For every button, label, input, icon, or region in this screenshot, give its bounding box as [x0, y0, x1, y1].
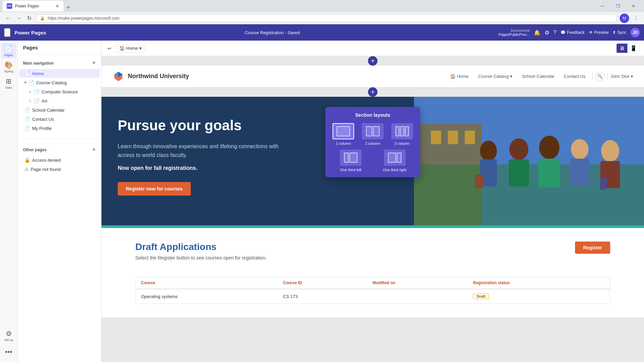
- page-not-found-label: Page not found: [31, 167, 61, 172]
- site-nav-school-calendar[interactable]: School Calendar: [518, 72, 558, 81]
- desktop-view-button[interactable]: 🖥: [617, 44, 627, 53]
- page-selector[interactable]: 🏠 Home ▾: [116, 44, 145, 52]
- app-logo: Power Pages: [15, 30, 46, 36]
- col-status: Registration status: [467, 277, 610, 289]
- layout-1-column[interactable]: 1 column: [331, 123, 356, 145]
- app-name-label: Power Pages: [15, 30, 46, 36]
- waffle-menu-button[interactable]: ⊞: [4, 28, 10, 37]
- site-header: Northwind University 🏠 Home Course Catal…: [101, 66, 644, 87]
- profile-page-icon: 📄: [24, 126, 30, 131]
- page-not-found-icon: ⚠: [24, 166, 29, 172]
- new-tab-button[interactable]: +: [64, 4, 73, 12]
- forward-button[interactable]: →: [15, 14, 23, 23]
- back-button[interactable]: ←: [4, 14, 12, 23]
- other-pages-section: Other pages + 🔒 Access denied ⚠ Page not…: [18, 141, 101, 177]
- settings-button[interactable]: ⚙: [545, 29, 549, 36]
- notifications-button[interactable]: 🔔: [534, 29, 540, 36]
- app-shell: ⊞ Power Pages Course Registration - Save…: [0, 24, 644, 362]
- site-nav-user[interactable]: John Doe ▾: [611, 74, 633, 79]
- nav-item-computer-science[interactable]: ↳ 📄 Computer Science: [19, 87, 100, 96]
- nav-item-page-not-found[interactable]: ⚠ Page not found: [19, 165, 100, 174]
- preview-button[interactable]: 👁 Preview: [589, 30, 609, 35]
- tab-close-icon[interactable]: ✕: [55, 3, 60, 9]
- site-name: Northwind University: [128, 73, 189, 80]
- draft-table: Course Course ID Modified on Registratio…: [136, 277, 610, 303]
- svg-rect-16: [600, 178, 607, 190]
- add-section-mid-button[interactable]: +: [368, 87, 377, 97]
- art-page-icon: 📄: [34, 98, 40, 104]
- preview-icon: 👁: [589, 30, 593, 35]
- layout-1-column-icon: [332, 123, 354, 139]
- top-bar: ⊞ Power Pages Course Registration - Save…: [0, 24, 644, 41]
- art-label: Art: [42, 98, 47, 104]
- home-nav-label: Home: [457, 74, 469, 79]
- chevron-down-icon: ▾: [24, 80, 26, 85]
- svg-rect-17: [475, 175, 483, 188]
- feedback-button[interactable]: 💬 Feedback: [560, 30, 585, 35]
- top-bar-right: Environment PagesPublicPrev... 🔔 ⚙ ? 💬 F…: [499, 28, 640, 37]
- help-button[interactable]: ?: [553, 29, 556, 36]
- divider: [18, 138, 101, 139]
- site-nav-contact-us[interactable]: Contact Us: [560, 72, 590, 81]
- table-header: Course Course ID Modified on Registratio…: [136, 277, 610, 289]
- sidebar-item-data[interactable]: ⊞ Data: [1, 76, 16, 91]
- add-main-nav-button[interactable]: +: [92, 60, 96, 67]
- user-avatar[interactable]: JD: [630, 28, 640, 37]
- maximize-button[interactable]: ❐: [610, 0, 626, 12]
- sidebar-item-setup[interactable]: ⚙ Set up: [1, 328, 16, 343]
- content-area: ↩ 🏠 Home ▾ 🖥 📱: [101, 41, 644, 362]
- site-nav-home[interactable]: 🏠 Home: [446, 72, 473, 81]
- layout-3-column[interactable]: 3 column: [389, 123, 415, 145]
- close-button[interactable]: ✕: [626, 0, 641, 12]
- status-cell: Draft: [467, 289, 610, 303]
- register-button[interactable]: Register: [575, 242, 610, 254]
- nav-item-contact-us[interactable]: 📄 Contact Us: [19, 115, 100, 123]
- env-label: Environment: [511, 29, 530, 32]
- nav-item-my-profile[interactable]: 📄 My Profile: [19, 124, 100, 133]
- svg-rect-4: [465, 131, 475, 144]
- layout-3-column-label: 3 column: [394, 141, 410, 145]
- mobile-view-button[interactable]: 📱: [627, 44, 640, 53]
- layout-2-column[interactable]: 2 column: [360, 123, 386, 145]
- site-nav-search[interactable]: 🔍: [595, 72, 605, 81]
- site-nav-course-catalog[interactable]: Course Catalog ▾: [474, 72, 516, 81]
- svg-point-10: [539, 136, 559, 159]
- profile-icon[interactable]: M: [620, 14, 629, 23]
- sync-button[interactable]: ⬆ Sync: [613, 30, 626, 35]
- active-tab[interactable]: PP Power Pages ✕: [3, 1, 64, 12]
- browser-controls: ← → ↻ 🔒 https://make.powerpages.microsof…: [0, 12, 644, 24]
- svg-rect-13: [570, 159, 589, 186]
- minimize-button[interactable]: —: [595, 0, 610, 12]
- nav-item-course-catalog[interactable]: ▾ 📄 Course Catalog: [19, 78, 100, 87]
- other-pages-label: Other pages: [23, 148, 47, 152]
- layout-third-right[interactable]: One third right: [375, 150, 415, 172]
- sidebar-item-styling[interactable]: 🎨 Styling: [1, 60, 16, 74]
- draft-title: Draft Applications: [135, 242, 575, 252]
- reload-button[interactable]: ↻: [26, 14, 33, 23]
- extensions-button[interactable]: ⋮: [632, 14, 640, 23]
- sync-label: Sync: [617, 30, 626, 35]
- nav-item-art[interactable]: ↳ 📄 Art: [19, 96, 100, 105]
- draft-subtitle: Select the Register button to see course…: [135, 255, 575, 261]
- register-cta-button[interactable]: Register now for courses: [118, 182, 191, 196]
- add-section-top-button[interactable]: +: [368, 56, 377, 66]
- nav-item-home[interactable]: 📄 Home: [19, 69, 100, 78]
- cs-indent-icon: ↳: [28, 89, 32, 94]
- layout-third-left-label: One third left: [340, 168, 362, 172]
- sidebar-more-button[interactable]: •••: [1, 344, 16, 359]
- sidebar-item-pages[interactable]: 📄 Pages: [1, 43, 16, 58]
- access-denied-label: Access denied: [32, 158, 61, 163]
- address-bar[interactable]: 🔒 https://make.powerpages.microsoft.com: [36, 14, 617, 22]
- nav-item-school-calendar[interactable]: 📄 School Calendar: [19, 106, 100, 114]
- undo-button[interactable]: ↩: [106, 44, 114, 52]
- top-bar-center: Course Registration - Saved: [50, 30, 495, 35]
- contact-page-icon: 📄: [24, 116, 30, 122]
- svg-rect-9: [509, 159, 529, 186]
- layout-third-left[interactable]: One third left: [331, 150, 371, 172]
- browser-right-icons: M ⋮: [620, 14, 640, 23]
- nav-item-access-denied[interactable]: 🔒 Access denied: [19, 156, 100, 164]
- table-row: Operating systems CS 173 Draft: [136, 289, 610, 303]
- add-other-page-button[interactable]: +: [92, 146, 96, 153]
- document-status: -: [285, 30, 288, 35]
- hero-description: Learn through innovative experiences and…: [118, 142, 287, 159]
